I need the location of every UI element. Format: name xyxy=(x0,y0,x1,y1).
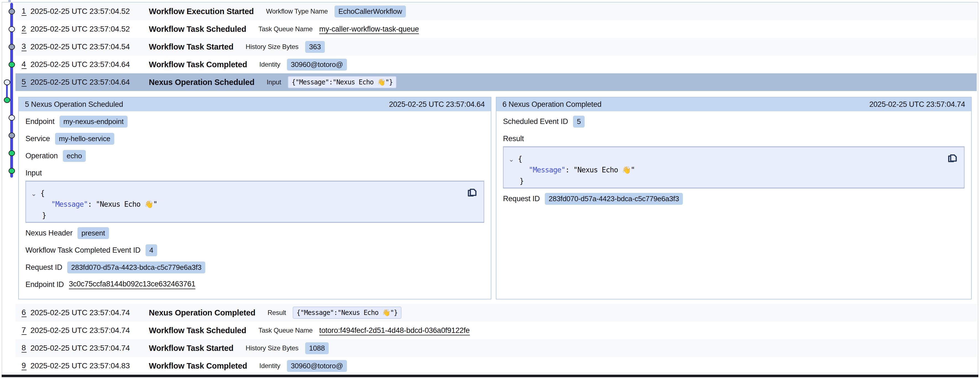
result-section-label: Result xyxy=(503,134,964,143)
event-timestamp: 2025-02-25 UTC 23:57:04.54 xyxy=(30,42,149,51)
detail-field-label: Endpoint ID xyxy=(25,280,64,289)
event-row[interactable]: 6 2025-02-25 UTC 23:57:04.74 Nexus Opera… xyxy=(16,304,977,322)
timeline-event-dot-8[interactable] xyxy=(9,132,15,138)
copy-icon[interactable] xyxy=(946,152,959,164)
event-attr-label: History Size Bytes xyxy=(246,344,299,352)
event-id-link[interactable]: 6 xyxy=(22,308,27,317)
event-attr-value: 30960@totoro@ xyxy=(287,59,347,70)
event-id-link[interactable]: 5 xyxy=(22,78,27,87)
event-name: Nexus Operation Completed xyxy=(149,308,255,317)
event-attr-link[interactable]: totoro:f494fecf-2d51-4d48-bdcd-036a0f912… xyxy=(319,326,470,335)
event-name: Workflow Task Scheduled xyxy=(149,326,246,335)
json-line-open: ⌄ { xyxy=(31,188,477,199)
collapse-chevron-icon[interactable]: ⌄ xyxy=(509,154,514,165)
event-timestamp: 2025-02-25 UTC 23:57:04.52 xyxy=(30,25,149,33)
event-row[interactable]: 5 2025-02-25 UTC 23:57:04.64 Nexus Opera… xyxy=(16,73,977,91)
event-id-link[interactable]: 8 xyxy=(22,344,27,352)
detail-fields-bottom: Nexus Header present Workflow Task Compl… xyxy=(25,226,484,291)
timeline-event-dot-9[interactable] xyxy=(9,150,15,156)
event-id-link[interactable]: 1 xyxy=(22,7,27,16)
detail-field-value: 283fd070-d57a-4423-bdca-c5c779e6a3f3 xyxy=(67,262,205,273)
event-id-link[interactable]: 4 xyxy=(22,60,27,69)
json-colon: : xyxy=(565,166,573,174)
detail-field-value[interactable]: 3c0c75ccfa8144b092c13ce632463761 xyxy=(69,280,196,289)
event-attr-badge: 363 xyxy=(305,41,325,53)
detail-field-label: Operation xyxy=(25,152,58,160)
json-line-open: ⌄ { xyxy=(509,153,957,164)
json-result-viewer: ⌄ { "Message": "Nexus Echo 👋" } xyxy=(503,147,964,188)
timeline-event-dot-6[interactable] xyxy=(4,97,10,103)
detail-field-label: Nexus Header xyxy=(25,229,73,238)
detail-field-label: Service xyxy=(25,134,50,143)
event-name: Workflow Task Completed xyxy=(149,361,247,370)
detail-field-label: Endpoint xyxy=(25,117,54,126)
json-close-brace: } xyxy=(31,210,477,221)
detail-panel-title: 5 Nexus Operation Scheduled xyxy=(25,100,123,109)
event-id-link[interactable]: 7 xyxy=(22,326,27,335)
detail-panel-body: Endpoint my-nexus-endpoint Service my-he… xyxy=(19,115,491,291)
event-attr-label: History Size Bytes xyxy=(246,43,299,51)
json-colon: : xyxy=(88,200,96,208)
event-id-link[interactable]: 2 xyxy=(22,25,27,33)
detail-field-row: Operation echo xyxy=(25,150,484,162)
event-attr-label: Input xyxy=(267,78,281,86)
timeline-event-dot-7[interactable] xyxy=(9,115,15,121)
event-row[interactable]: 4 2025-02-25 UTC 23:57:04.64 Workflow Ta… xyxy=(16,56,977,73)
collapse-chevron-icon[interactable]: ⌄ xyxy=(31,188,37,199)
event-attr-value: 30960@totoro@ xyxy=(287,360,347,372)
event-name: Workflow Task Started xyxy=(149,344,234,353)
timeline-event-dot-3[interactable] xyxy=(9,44,15,50)
timeline-event-dot-5[interactable] xyxy=(4,80,10,85)
detail-field-value: 283fd070-d57a-4423-bdca-c5c779e6a3f3 xyxy=(545,193,683,205)
json-key: "Message" xyxy=(51,200,88,208)
detail-field-row: Nexus Header present xyxy=(25,226,484,239)
event-attr-badge: {"Message":"Nexus Echo 👋"} xyxy=(293,306,401,319)
event-rows-top: 1 2025-02-25 UTC 23:57:04.52 Workflow Ex… xyxy=(16,3,977,91)
event-name: Workflow Task Completed xyxy=(149,60,247,69)
event-row[interactable]: 7 2025-02-25 UTC 23:57:04.74 Workflow Ta… xyxy=(16,322,977,339)
detail-field-row: Service my-hello-service xyxy=(25,132,484,145)
event-id-link[interactable]: 9 xyxy=(22,361,27,370)
timeline-event-dot-10[interactable] xyxy=(9,168,15,174)
event-attr-link[interactable]: my-caller-workflow-task-queue xyxy=(319,25,419,34)
timeline-event-dot-1[interactable] xyxy=(9,9,15,14)
event-name: Nexus Operation Scheduled xyxy=(149,78,255,87)
json-close-brace: } xyxy=(509,175,957,187)
json-key: "Message" xyxy=(529,166,565,174)
json-line-kv: "Message": "Nexus Echo 👋" xyxy=(31,199,477,210)
timeline-event-dot-4[interactable] xyxy=(9,62,15,67)
timeline-event-dot-2[interactable] xyxy=(9,26,15,32)
event-attr-badge: 30960@totoro@ xyxy=(287,59,347,70)
json-value: "Nexus Echo 👋" xyxy=(96,200,157,208)
detail-panel-nexus-scheduled: 5 Nexus Operation Scheduled 2025-02-25 U… xyxy=(18,97,492,300)
event-row[interactable]: 2 2025-02-25 UTC 23:57:04.52 Workflow Ta… xyxy=(16,20,977,38)
event-name: Workflow Task Started xyxy=(149,42,234,51)
detail-field-label: Request ID xyxy=(25,263,62,272)
json-input-viewer: ⌄ { "Message": "Nexus Echo 👋" } xyxy=(25,181,484,223)
event-row[interactable]: 3 2025-02-25 UTC 23:57:04.54 Workflow Ta… xyxy=(16,38,977,56)
event-row[interactable]: 9 2025-02-25 UTC 23:57:04.83 Workflow Ta… xyxy=(16,357,977,375)
detail-panel-header: 6 Nexus Operation Completed 2025-02-25 U… xyxy=(496,97,971,111)
detail-fields-top: Scheduled Event ID 5 xyxy=(503,115,964,128)
event-row[interactable]: 8 2025-02-25 UTC 23:57:04.74 Workflow Ta… xyxy=(16,339,977,357)
detail-field-value: echo xyxy=(63,150,86,162)
detail-field-label: Request ID xyxy=(503,195,540,203)
detail-field-row: Request ID 283fd070-d57a-4423-bdca-c5c77… xyxy=(25,261,484,274)
list-bottom-edge xyxy=(2,375,978,377)
event-name: Workflow Execution Started xyxy=(149,7,254,16)
detail-field-row: Scheduled Event ID 5 xyxy=(503,115,964,128)
event-timestamp: 2025-02-25 UTC 23:57:04.52 xyxy=(30,7,149,16)
event-rows-bottom: 6 2025-02-25 UTC 23:57:04.74 Nexus Opera… xyxy=(16,304,977,375)
partial-next-row xyxy=(2,372,978,375)
event-attr-label: Task Queue Name xyxy=(258,25,313,33)
event-attr-value: EchoCallerWorkflow xyxy=(334,6,406,18)
event-timestamp: 2025-02-25 UTC 23:57:04.74 xyxy=(30,326,149,335)
event-id-link[interactable]: 3 xyxy=(22,42,27,51)
json-open-brace: { xyxy=(40,188,45,199)
event-row[interactable]: 1 2025-02-25 UTC 23:57:04.52 Workflow Ex… xyxy=(16,3,977,20)
event-attr-badge: 1088 xyxy=(305,342,329,354)
copy-icon[interactable] xyxy=(466,186,479,199)
event-attr-badge: {"Message":"Nexus Echo 👋"} xyxy=(288,76,396,88)
event-attr-label: Workflow Type Name xyxy=(266,8,328,15)
json-value: "Nexus Echo 👋" xyxy=(573,166,635,174)
